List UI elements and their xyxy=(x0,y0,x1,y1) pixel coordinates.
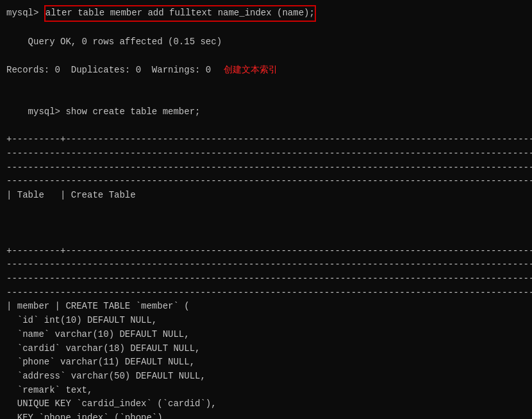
alter-table-command: alter table member add fulltext name_ind… xyxy=(44,5,316,22)
member-phone-key-line: KEY `phone_index` (`phone`), xyxy=(6,411,526,419)
dash-line-4: ----------------------------------------… xyxy=(6,175,526,189)
dash-line-1: +---------+-----------------------------… xyxy=(6,133,526,147)
dash-line-8: ----------------------------------------… xyxy=(6,286,526,300)
blank-line-2 xyxy=(6,203,526,217)
member-cardid-line: `cardid` varchar(18) DEFAULT NULL, xyxy=(6,342,526,356)
records-line: Records: 0 Duplicates: 0 Warnings: 0 创建文… xyxy=(6,64,526,78)
member-phone-line: `phone` varchar(11) DEFAULT NULL, xyxy=(6,355,526,370)
show-create-text: mysql> show create table member; xyxy=(28,107,201,117)
query-ok-line: Query OK, 0 rows affected (0.15 sec) xyxy=(6,22,526,64)
blank-line-3 xyxy=(6,216,526,230)
show-create-line: mysql> show create table member; xyxy=(6,91,526,133)
dash-line-6: ----------------------------------------… xyxy=(6,258,526,272)
member-unique-key-line: UNIQUE KEY `cardid_index` (`cardid`), xyxy=(6,397,526,411)
mysql-prompt-1: mysql> xyxy=(6,6,44,21)
records-text: Records: 0 Duplicates: 0 Warnings: 0 xyxy=(6,64,211,78)
command-line-1: mysql> alter table member add fulltext n… xyxy=(6,5,526,22)
query-ok-text: Query OK, 0 rows affected (0.15 sec) xyxy=(28,37,222,47)
create-index-annotation: 创建文本索引 xyxy=(224,64,278,78)
member-name-line: `name` varchar(10) DEFAULT NULL, xyxy=(6,328,526,342)
member-remark-line: `remark` text, xyxy=(6,384,526,398)
table-header-line: | Table | Create Table xyxy=(6,189,526,203)
blank-pipe-line: | xyxy=(6,230,526,244)
blank-line-1 xyxy=(6,77,526,91)
member-id-line: `id` int(10) DEFAULT NULL, xyxy=(6,314,526,328)
member-create-table-line: | member | CREATE TABLE `member` ( xyxy=(6,300,526,314)
dash-line-5: +---------+-----------------------------… xyxy=(6,244,526,259)
dash-line-2: ----------------------------------------… xyxy=(6,147,526,161)
dash-line-7: ----------------------------------------… xyxy=(6,272,526,286)
dash-line-3: ----------------------------------------… xyxy=(6,161,526,175)
terminal-window: mysql> alter table member add fulltext n… xyxy=(0,0,532,419)
member-address-line: `address` varchar(50) DEFAULT NULL, xyxy=(6,370,526,384)
